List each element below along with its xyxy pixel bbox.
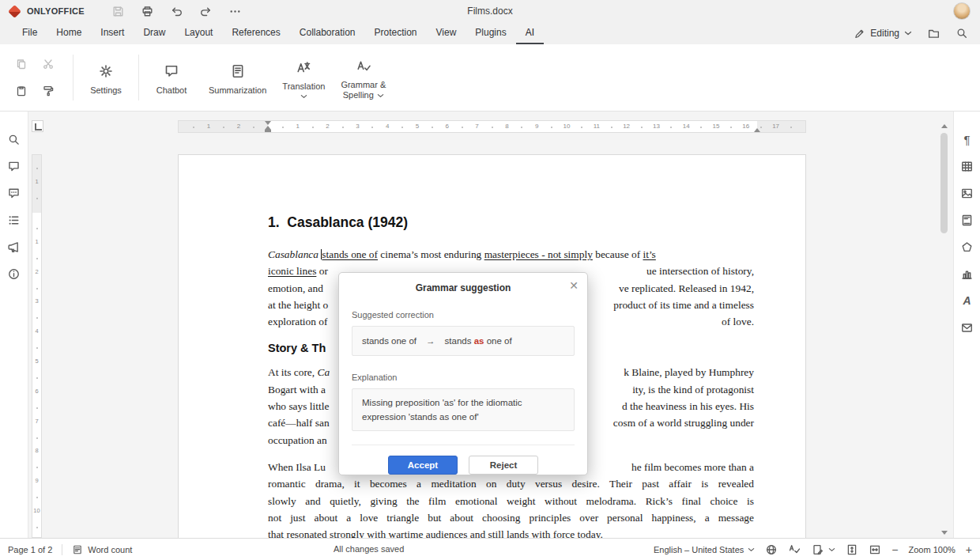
status-right: English – United States − Zoom 100% + bbox=[654, 539, 972, 560]
header-footer-settings-button[interactable] bbox=[960, 213, 974, 227]
zoom-in-button[interactable]: + bbox=[966, 544, 972, 555]
more-actions-button[interactable] bbox=[228, 4, 243, 18]
open-file-location-button[interactable] bbox=[926, 26, 940, 40]
tab-insert[interactable]: Insert bbox=[91, 22, 134, 44]
ruler-number: 12 bbox=[623, 122, 630, 131]
accept-button[interactable]: Accept bbox=[388, 456, 458, 475]
chatbot-button[interactable]: Chatbot bbox=[142, 57, 201, 99]
chevron-down-icon bbox=[748, 547, 755, 552]
format-painter-button[interactable] bbox=[41, 84, 55, 98]
close-icon[interactable]: ✕ bbox=[569, 279, 579, 292]
settings-label: Settings bbox=[90, 85, 122, 96]
ruler-number: 5 bbox=[32, 358, 41, 365]
tab-references[interactable]: References bbox=[222, 22, 289, 44]
cut-button[interactable] bbox=[41, 57, 55, 71]
grammar-spelling-button[interactable]: Grammar & Spelling bbox=[333, 51, 394, 104]
word-count-button[interactable]: Word count bbox=[72, 544, 132, 555]
ruler-number: 9 bbox=[32, 477, 41, 484]
fit-width-button[interactable] bbox=[869, 543, 881, 556]
tab-file[interactable]: File bbox=[13, 22, 47, 44]
spellcheck-icon bbox=[788, 543, 801, 556]
app-name: ONLYOFFICE bbox=[27, 6, 85, 16]
language-selector[interactable]: English – United States bbox=[654, 545, 755, 554]
summarization-button[interactable]: Summarization bbox=[201, 57, 274, 99]
status-divider bbox=[62, 544, 62, 555]
about-button[interactable] bbox=[7, 267, 21, 281]
ai-settings-button[interactable]: Settings bbox=[77, 57, 135, 99]
tab-draw[interactable]: Draw bbox=[134, 22, 175, 44]
reject-button[interactable]: Reject bbox=[469, 456, 538, 475]
feedback-button[interactable] bbox=[7, 240, 21, 254]
v-ruler[interactable]: 112345678910 bbox=[32, 154, 42, 538]
copy-button[interactable] bbox=[14, 57, 28, 71]
ruler-number: 7 bbox=[32, 418, 41, 425]
ruler-dot bbox=[581, 127, 582, 128]
text-art-settings-button[interactable]: A bbox=[960, 293, 974, 308]
tab-collaboration[interactable]: Collaboration bbox=[290, 22, 365, 44]
tab-view[interactable]: View bbox=[427, 22, 466, 44]
left-indent-box-marker[interactable] bbox=[265, 130, 271, 132]
chevron-down-icon bbox=[300, 94, 307, 99]
ruler-dot bbox=[312, 127, 314, 128]
ruler-dot bbox=[36, 437, 38, 439]
table-settings-button[interactable] bbox=[960, 159, 974, 173]
ruler-number: 2 bbox=[326, 122, 329, 131]
print-button[interactable] bbox=[141, 4, 155, 18]
zoom-out-button[interactable]: − bbox=[891, 544, 898, 555]
tab-plugins[interactable]: Plugins bbox=[466, 22, 515, 44]
chat-button[interactable] bbox=[7, 186, 21, 200]
save-button[interactable] bbox=[111, 4, 126, 18]
fit-page-icon bbox=[846, 543, 858, 556]
navigation-button[interactable] bbox=[7, 213, 21, 227]
h-ruler[interactable]: 121234567891011121314151617 bbox=[178, 120, 806, 133]
ruler-number: 1 bbox=[32, 238, 41, 245]
gear-icon bbox=[98, 62, 114, 81]
grammar-label-line2: Spelling bbox=[343, 90, 374, 100]
scrollbar-thumb[interactable] bbox=[940, 133, 948, 233]
ruler-number: 4 bbox=[32, 327, 41, 335]
ruler-dot bbox=[700, 127, 702, 128]
track-changes-display-button[interactable] bbox=[812, 543, 835, 556]
chevron-down-icon bbox=[377, 93, 384, 98]
tab-ai[interactable]: AI bbox=[516, 22, 544, 44]
tab-layout[interactable]: Layout bbox=[175, 22, 222, 44]
redo-button[interactable] bbox=[199, 4, 213, 18]
chevron-down-icon bbox=[828, 547, 835, 552]
fit-page-button[interactable] bbox=[846, 543, 858, 556]
set-language-button[interactable] bbox=[765, 543, 778, 556]
globe-icon bbox=[765, 543, 778, 556]
find-button[interactable] bbox=[7, 132, 21, 146]
translation-button[interactable]: Translation bbox=[274, 53, 333, 102]
search-button[interactable] bbox=[955, 26, 969, 40]
ruler-number: 10 bbox=[32, 507, 41, 514]
ruler-dot bbox=[401, 127, 403, 128]
editing-mode-button[interactable]: Editing bbox=[854, 28, 912, 40]
tab-stop-selector[interactable] bbox=[32, 120, 43, 132]
comments-button[interactable] bbox=[7, 159, 21, 173]
tab-protection[interactable]: Protection bbox=[365, 22, 427, 44]
shape-settings-button[interactable] bbox=[960, 240, 974, 254]
grammar-suggestion-dialog: Grammar suggestion ✕ Suggested correctio… bbox=[338, 272, 588, 475]
tab-home[interactable]: Home bbox=[47, 22, 91, 44]
ruler-dot bbox=[36, 497, 38, 498]
vertical-scrollbar[interactable] bbox=[938, 120, 951, 538]
paste-button[interactable] bbox=[14, 84, 28, 98]
user-avatar[interactable] bbox=[953, 2, 971, 20]
chart-settings-button[interactable] bbox=[960, 267, 974, 281]
mail-merge-button[interactable] bbox=[960, 320, 974, 335]
spell-check-button[interactable] bbox=[788, 543, 801, 556]
paragraph-settings-button[interactable]: ¶ bbox=[960, 132, 974, 146]
scroll-down-button[interactable] bbox=[938, 527, 951, 538]
image-settings-button[interactable] bbox=[960, 186, 974, 200]
first-line-indent-marker[interactable] bbox=[265, 121, 271, 125]
ruler-dot bbox=[371, 127, 373, 128]
undo-button[interactable] bbox=[170, 4, 184, 18]
ruler-dot bbox=[730, 127, 732, 128]
doc-line: slowly and quietly, giving the film emot… bbox=[268, 493, 754, 509]
scroll-up-button[interactable] bbox=[938, 120, 951, 131]
right-indent-marker[interactable] bbox=[754, 128, 760, 132]
ruler-dot bbox=[342, 127, 344, 128]
zoom-level[interactable]: Zoom 100% bbox=[909, 545, 956, 554]
ruler-dot bbox=[36, 407, 38, 409]
page-indicator[interactable]: Page 1 of 2 bbox=[8, 545, 52, 554]
